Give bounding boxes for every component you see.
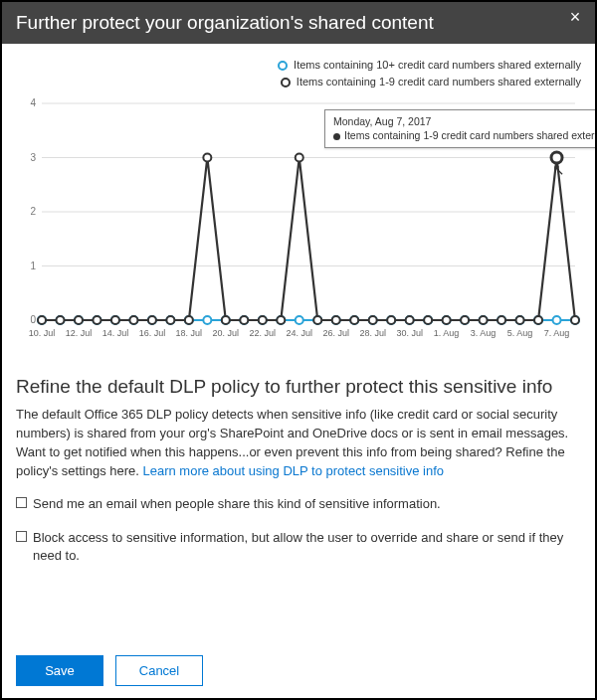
save-button[interactable]: Save xyxy=(16,655,103,686)
svg-point-64 xyxy=(185,316,193,324)
svg-text:4: 4 xyxy=(30,97,36,108)
svg-point-67 xyxy=(240,316,248,324)
section-heading: Refine the default DLP policy to further… xyxy=(16,376,581,398)
svg-point-59 xyxy=(93,316,100,324)
legend-label-series-b: Items containing 1-9 credit card numbers… xyxy=(297,75,581,89)
svg-point-79 xyxy=(461,316,469,324)
tooltip-series-label: Items containing 1-9 credit card numbers… xyxy=(344,129,597,141)
svg-point-71 xyxy=(313,316,321,324)
dialog-header: Further protect your organization's shar… xyxy=(2,2,595,44)
svg-point-65 xyxy=(203,154,211,162)
svg-text:26. Jul: 26. Jul xyxy=(322,328,349,338)
learn-more-link[interactable]: Learn more about using DLP to protect se… xyxy=(143,463,445,478)
svg-point-74 xyxy=(369,316,377,324)
svg-point-77 xyxy=(424,316,432,324)
svg-point-75 xyxy=(387,316,395,324)
svg-point-62 xyxy=(148,316,156,324)
svg-point-73 xyxy=(350,316,358,324)
svg-text:10. Jul: 10. Jul xyxy=(29,328,56,338)
svg-text:1: 1 xyxy=(30,261,36,271)
svg-point-63 xyxy=(166,316,174,324)
legend-marker-series-b xyxy=(281,78,291,88)
option-email-checkbox[interactable] xyxy=(16,497,27,508)
svg-text:22. Jul: 22. Jul xyxy=(250,328,277,338)
option-block-row: Block access to sensitive information, b… xyxy=(16,529,581,565)
section-body: The default Office 365 DLP policy detect… xyxy=(16,406,581,480)
svg-point-72 xyxy=(332,316,340,324)
svg-text:12. Jul: 12. Jul xyxy=(66,328,93,338)
svg-point-69 xyxy=(277,316,285,324)
svg-text:7. Aug: 7. Aug xyxy=(544,328,570,338)
svg-point-68 xyxy=(259,316,267,324)
tooltip-marker xyxy=(333,133,340,140)
svg-point-35 xyxy=(203,316,211,324)
legend-label-series-a: Items containing 10+ credit card numbers… xyxy=(294,58,581,73)
svg-point-40 xyxy=(296,316,303,324)
svg-text:16. Jul: 16. Jul xyxy=(139,328,166,338)
svg-text:0: 0 xyxy=(30,314,36,325)
svg-text:14. Jul: 14. Jul xyxy=(102,328,129,338)
svg-point-60 xyxy=(111,316,119,324)
svg-point-81 xyxy=(498,316,505,324)
svg-text:28. Jul: 28. Jul xyxy=(359,328,386,338)
chart[interactable]: 0123410. Jul12. Jul14. Jul16. Jul18. Jul… xyxy=(24,97,581,346)
svg-text:2: 2 xyxy=(30,206,36,217)
svg-point-66 xyxy=(222,316,230,324)
cancel-button[interactable]: Cancel xyxy=(115,655,203,686)
svg-text:3: 3 xyxy=(30,152,36,163)
svg-point-58 xyxy=(75,316,83,324)
svg-point-80 xyxy=(480,316,488,324)
tooltip-date: Monday, Aug 7, 2017 xyxy=(333,114,597,128)
svg-text:18. Jul: 18. Jul xyxy=(176,328,203,338)
chart-tooltip: Monday, Aug 7, 2017 Items containing 1-9… xyxy=(324,109,597,147)
close-button[interactable]: × xyxy=(565,8,585,28)
svg-point-78 xyxy=(443,316,451,324)
dialog-body: Items containing 10+ credit card numbers… xyxy=(2,44,595,565)
svg-point-56 xyxy=(38,316,46,324)
svg-point-57 xyxy=(56,316,64,324)
chart-legend: Items containing 10+ credit card numbers… xyxy=(16,58,581,91)
svg-text:24. Jul: 24. Jul xyxy=(286,328,312,338)
dialog-title: Further protect your organization's shar… xyxy=(16,12,434,33)
svg-point-70 xyxy=(296,154,303,162)
svg-point-61 xyxy=(129,316,137,324)
option-block-checkbox[interactable] xyxy=(16,531,27,542)
svg-point-85 xyxy=(571,316,579,324)
svg-text:20. Jul: 20. Jul xyxy=(213,328,240,338)
svg-point-76 xyxy=(406,316,414,324)
svg-point-83 xyxy=(534,316,542,324)
svg-text:30. Jul: 30. Jul xyxy=(396,328,423,338)
legend-marker-series-a xyxy=(278,61,288,71)
svg-text:5. Aug: 5. Aug xyxy=(507,328,533,338)
svg-text:1. Aug: 1. Aug xyxy=(434,328,460,338)
option-email-row: Send me an email when people share this … xyxy=(16,495,581,513)
svg-text:3. Aug: 3. Aug xyxy=(471,328,497,338)
svg-point-84 xyxy=(551,152,562,163)
option-email-label: Send me an email when people share this … xyxy=(33,495,441,513)
svg-point-82 xyxy=(516,316,524,324)
svg-point-54 xyxy=(553,316,561,324)
dialog-footer: Save Cancel xyxy=(16,655,203,686)
option-block-label: Block access to sensitive information, b… xyxy=(33,529,581,565)
